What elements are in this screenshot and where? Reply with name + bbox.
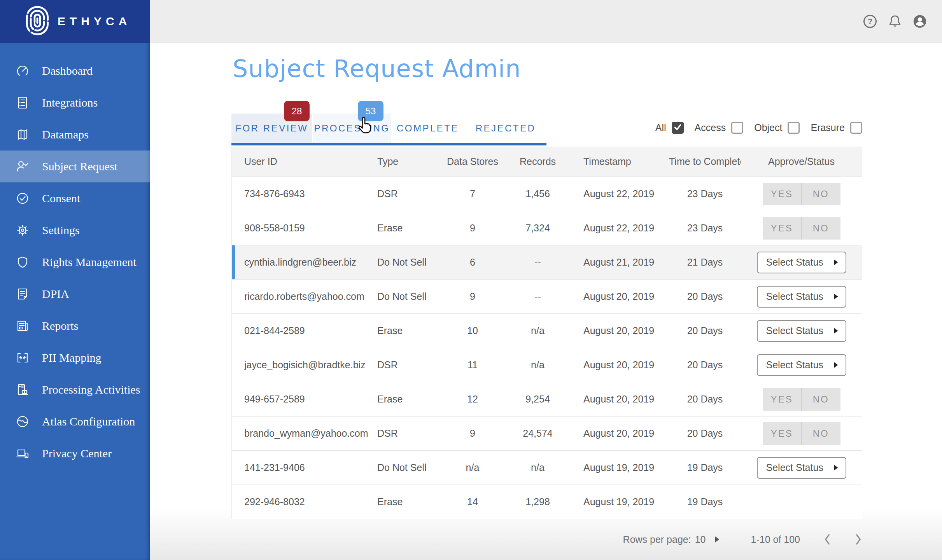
cell-data-stores: 9 (445, 222, 500, 234)
cell-time-to-complete: 20 Days (669, 291, 741, 302)
sidebar-item-dashboard[interactable]: Dashboard (0, 55, 150, 87)
tab-label: FOR REVIEW (235, 123, 308, 134)
no-button[interactable]: NO (801, 183, 840, 205)
sidebar-item-subject-request[interactable]: Subject Request (0, 150, 150, 182)
column-header: Timestamp (576, 156, 669, 167)
tab-label: PROCESSING (314, 123, 390, 134)
datamaps-icon (14, 127, 31, 142)
rows-per-page-value[interactable]: 10 (695, 534, 706, 545)
cell-timestamp: August 20, 2019 (576, 394, 669, 405)
select-status-label: Select Status (766, 257, 823, 268)
approve-toggle: YESNO (763, 217, 840, 240)
column-header: Time to Complete (669, 156, 741, 167)
cell-time-to-complete: 19 Days (669, 496, 741, 508)
table-row: ricardo.roberts@yahoo.comDo Not Sell9--A… (231, 280, 862, 314)
sidebar-item-atlas-configuration[interactable]: Atlas Configuration (0, 406, 150, 438)
no-button[interactable]: NO (801, 217, 840, 240)
help-icon[interactable]: ? (863, 14, 877, 29)
expand-arrow-icon (833, 325, 839, 336)
cell-type: Do Not Sell (377, 462, 445, 473)
table-row: jayce_bogisich@bradtke.bizDSR11n/aAugust… (231, 348, 862, 382)
next-page-button[interactable] (854, 534, 862, 545)
cell-timestamp: August 20, 2019 (576, 428, 669, 439)
cell-records: 9,254 (500, 394, 576, 405)
account-icon[interactable] (912, 14, 927, 29)
cell-user-id: cynthia.lindgren@beer.biz (232, 257, 377, 268)
sidebar-item-pii-mapping[interactable]: PII Mapping (0, 342, 150, 374)
tab-rejected[interactable]: REJECTED (465, 114, 546, 143)
topbar-icons: ? (863, 0, 927, 43)
select-status-label: Select Status (766, 325, 823, 336)
cell-timestamp: August 19, 2019 (576, 462, 669, 473)
sidebar-item-label: Integrations (42, 96, 98, 109)
filter-label: Access (695, 122, 726, 133)
cell-status: YESNO (741, 217, 862, 240)
cell-status: Select Status (741, 252, 862, 273)
cell-type: DSR (377, 428, 445, 439)
filter-access-checkbox[interactable] (731, 122, 743, 134)
sidebar-item-consent[interactable]: Consent (0, 182, 150, 214)
select-status-button[interactable]: Select Status (757, 286, 846, 308)
cell-data-stores: 6 (445, 257, 500, 268)
brand-name: ETHYCA (58, 15, 131, 28)
notifications-icon[interactable] (888, 14, 902, 29)
tab-complete[interactable]: COMPLETE (391, 114, 465, 143)
sidebar-item-label: Rights Management (42, 256, 136, 269)
sidebar-item-reports[interactable]: Reports (0, 310, 150, 342)
privacy-center-icon (14, 446, 31, 461)
cell-type: DSR (377, 359, 445, 371)
yes-button[interactable]: YES (763, 217, 802, 240)
tab-badge: 53 (358, 101, 383, 121)
sidebar-item-privacy-center[interactable]: Privacy Center (0, 438, 150, 469)
consent-icon (14, 191, 31, 206)
main-content: Subject Request Admin FOR REVIEW28PROCES… (150, 43, 942, 560)
sidebar-item-dpia[interactable]: DPIA (0, 278, 150, 310)
sidebar-item-datamaps[interactable]: Datamaps (0, 119, 150, 150)
table-row: 021-844-2589Erase10n/aAugust 20, 201920 … (231, 314, 862, 348)
sidebar-item-label: Dashboard (42, 64, 93, 77)
column-header: Records (500, 156, 576, 167)
cell-data-stores: 14 (445, 496, 500, 508)
tab-badge: 28 (284, 101, 310, 121)
column-header: Type (377, 156, 445, 167)
sidebar-item-settings[interactable]: Settings (0, 214, 150, 246)
sidebar-item-processing-activities[interactable]: Processing Activities (0, 374, 150, 406)
yes-button[interactable]: YES (763, 183, 802, 205)
rows-per-page-expander-icon[interactable] (714, 536, 720, 543)
cell-data-stores: n/a (445, 462, 500, 473)
dpia-icon (14, 286, 31, 302)
expand-arrow-icon (833, 359, 839, 371)
yes-button[interactable]: YES (763, 422, 802, 445)
sidebar-item-label: DPIA (42, 287, 69, 301)
cell-user-id: brando_wyman@yahoo.com (232, 428, 377, 439)
filter-erasure-checkbox[interactable] (850, 122, 862, 134)
cell-type: Do Not Sell (377, 291, 445, 302)
cell-timestamp: August 20, 2019 (576, 291, 669, 302)
filter-all-checkbox[interactable] (672, 122, 684, 134)
select-status-label: Select Status (766, 462, 823, 473)
sidebar-item-label: Consent (42, 192, 80, 205)
select-status-button[interactable]: Select Status (757, 320, 846, 342)
cell-records: -- (500, 257, 576, 268)
cell-records: 1,456 (500, 188, 576, 200)
no-button[interactable]: NO (801, 388, 840, 411)
select-status-button[interactable]: Select Status (757, 252, 846, 273)
cell-status: Select Status (741, 354, 862, 376)
no-button[interactable]: NO (801, 422, 840, 445)
select-status-button[interactable]: Select Status (757, 354, 846, 376)
select-status-label: Select Status (766, 291, 823, 302)
expand-arrow-icon (833, 462, 839, 473)
cell-status: Select StatusProcessingRejected (741, 457, 862, 479)
yes-button[interactable]: YES (763, 388, 802, 411)
filter-object-checkbox[interactable] (788, 122, 800, 134)
cell-user-id: ricardo.roberts@yahoo.com (232, 291, 377, 302)
prev-page-button[interactable] (823, 534, 831, 545)
cell-type: Erase (377, 222, 445, 234)
select-status-button[interactable]: Select Status (757, 457, 846, 479)
cell-time-to-complete: 20 Days (669, 325, 741, 336)
sidebar-item-integrations[interactable]: Integrations (0, 87, 150, 119)
sidebar-item-rights-management[interactable]: Rights Management (0, 246, 150, 278)
topbar: ? (150, 0, 942, 43)
cell-timestamp: August 22, 2019 (576, 188, 669, 200)
table-row: 949-657-2589Erase129,254August 20, 20192… (231, 382, 862, 416)
